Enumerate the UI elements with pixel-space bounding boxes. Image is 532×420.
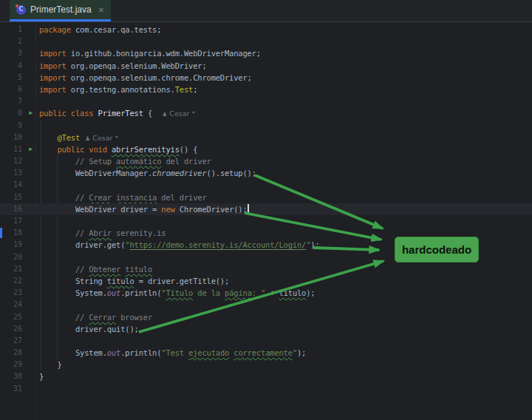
code-line[interactable]: 23 System.out.println("Título de la pági… — [0, 287, 532, 299]
code-line[interactable]: 7 — [0, 95, 532, 107]
code-line[interactable]: 25 // Cerrar browser — [0, 311, 532, 323]
line-number[interactable]: 6 — [0, 84, 22, 95]
code-line[interactable]: 14 — [0, 179, 532, 191]
line-number[interactable]: 1 — [0, 24, 22, 35]
code-editor[interactable]: 1package com.cesar.qa.tests;23import io.… — [0, 22, 532, 420]
code-line[interactable]: 2 — [0, 35, 532, 47]
code-line[interactable]: 21 // Obtener titulo — [0, 263, 532, 275]
code-line[interactable]: 4import org.openqa.selenium.WebDriver; — [0, 60, 532, 72]
gutter-cell — [22, 370, 39, 382]
code-line[interactable]: 12 // Setup automático del driver — [0, 155, 532, 167]
code-token: Título — [166, 288, 193, 297]
code-token: // — [75, 193, 89, 202]
code-token: import — [39, 49, 71, 58]
line-number[interactable]: 26 — [0, 323, 22, 335]
code-token: : " — [252, 288, 265, 297]
gutter-cell — [22, 287, 39, 299]
line-number[interactable]: 29 — [0, 359, 22, 370]
code-line[interactable]: 27 — [0, 335, 532, 347]
code-token: Test — [175, 85, 194, 94]
code-line[interactable]: 16 WebDriver driver = new ChromeDriver()… — [0, 203, 532, 215]
line-number[interactable]: 19 — [0, 239, 22, 251]
code-token — [39, 265, 75, 274]
line-number[interactable]: 3 — [0, 47, 22, 59]
code-token: System. — [39, 288, 107, 297]
line-number[interactable]: 11 — [0, 143, 22, 155]
code-line[interactable]: 31 — [0, 383, 532, 395]
code-text: driver.get("https://demo.serenity.is/Acc… — [39, 239, 320, 251]
code-token: WebDriverManager. — [39, 169, 152, 177]
tab-primertest-java[interactable]: C PrimerTest.java ✕ — [10, 0, 111, 21]
code-line[interactable]: 26 driver.quit(); — [0, 323, 532, 335]
code-token — [39, 313, 75, 322]
code-line[interactable]: 30} — [0, 370, 532, 382]
code-line[interactable]: 1package com.cesar.qa.tests; — [0, 24, 532, 35]
gutter-cell — [22, 227, 39, 239]
code-line[interactable]: 29 } — [0, 359, 532, 370]
line-number[interactable]: 24 — [0, 299, 22, 311]
code-line[interactable]: 6import org.testng.annotations.Test; — [0, 84, 532, 95]
line-number[interactable]: 20 — [0, 251, 22, 263]
line-number[interactable]: 13 — [0, 167, 22, 179]
gutter-cell — [22, 155, 39, 167]
code-text: String titulo = driver.getTitle(); — [39, 275, 229, 287]
line-number[interactable]: 25 — [0, 311, 22, 323]
line-number[interactable]: 7 — [0, 95, 22, 107]
line-number[interactable]: 5 — [0, 72, 22, 84]
code-token — [39, 145, 58, 154]
code-text: import org.openqa.selenium.WebDriver; — [39, 60, 207, 72]
run-test-icon[interactable]: ▶ — [29, 146, 33, 152]
code-line[interactable]: 13 WebDriverManager.chromedriver().setup… — [0, 167, 532, 179]
code-token: página — [225, 288, 252, 297]
code-text: // Abrir serenity.is — [39, 227, 166, 239]
editor-lines: 1package com.cesar.qa.tests;23import io.… — [0, 24, 532, 395]
line-number[interactable]: 15 — [0, 192, 22, 203]
line-number[interactable]: 30 — [0, 370, 22, 382]
code-token: WebDriver driver = — [39, 205, 161, 214]
code-token: + — [265, 288, 279, 297]
line-number[interactable]: 31 — [0, 383, 22, 395]
code-token: driver.quit(); — [39, 325, 139, 333]
code-line[interactable]: 11▶ public void abrirSerenityis() { — [0, 143, 532, 155]
line-number[interactable]: 10 — [0, 132, 22, 143]
code-line[interactable]: 10 @Test♟Cesar * — [0, 132, 532, 143]
author-inlay: ♟Cesar * — [162, 109, 195, 118]
code-token: import — [39, 85, 71, 94]
line-number[interactable]: 9 — [0, 120, 22, 132]
code-token: titulo — [107, 277, 134, 285]
line-number[interactable]: 4 — [0, 60, 22, 72]
line-number[interactable]: 21 — [0, 263, 22, 275]
code-line[interactable]: 15 // Crear instancia del driver — [0, 192, 532, 203]
code-token: .println( — [120, 348, 161, 357]
line-number[interactable]: 12 — [0, 155, 22, 167]
line-number[interactable]: 2 — [0, 35, 22, 47]
code-token: titulo — [279, 288, 307, 297]
line-number[interactable]: 23 — [0, 287, 22, 299]
code-line[interactable]: 17 — [0, 215, 532, 227]
line-number[interactable]: 17 — [0, 215, 22, 227]
code-line[interactable]: 28 System.out.println("Test ejecutado co… — [0, 347, 532, 359]
code-line[interactable]: 24 — [0, 299, 532, 311]
gutter-cell: ▶ — [22, 107, 39, 119]
line-number[interactable]: 27 — [0, 335, 22, 347]
line-number[interactable]: 14 — [0, 179, 22, 191]
run-test-icon[interactable]: ▶ — [29, 110, 33, 116]
close-icon[interactable]: ✕ — [98, 6, 104, 14]
line-number[interactable]: 16 — [0, 203, 22, 215]
code-token: // — [75, 313, 89, 322]
code-line[interactable]: 3import io.github.bonigarcia.wdm.WebDriv… — [0, 47, 532, 59]
code-line[interactable]: 8▶public class PrimerTest { ♟Cesar * — [0, 107, 532, 119]
code-line[interactable]: 9 — [0, 120, 532, 132]
gutter-cell — [22, 347, 39, 359]
code-token: browser — [116, 313, 152, 322]
code-token: public class — [39, 109, 98, 118]
line-number[interactable]: 18 — [0, 227, 22, 239]
line-number[interactable]: 22 — [0, 275, 22, 287]
code-text: @Test♟Cesar * — [39, 132, 118, 143]
code-text: System.out.println("Test ejecutado corre… — [39, 347, 306, 359]
line-number[interactable]: 28 — [0, 347, 22, 359]
code-token: ); — [306, 288, 315, 297]
code-line[interactable]: 22 String titulo = driver.getTitle(); — [0, 275, 532, 287]
line-number[interactable]: 8 — [0, 107, 22, 119]
code-line[interactable]: 5import org.openqa.selenium.chrome.Chrom… — [0, 72, 532, 84]
